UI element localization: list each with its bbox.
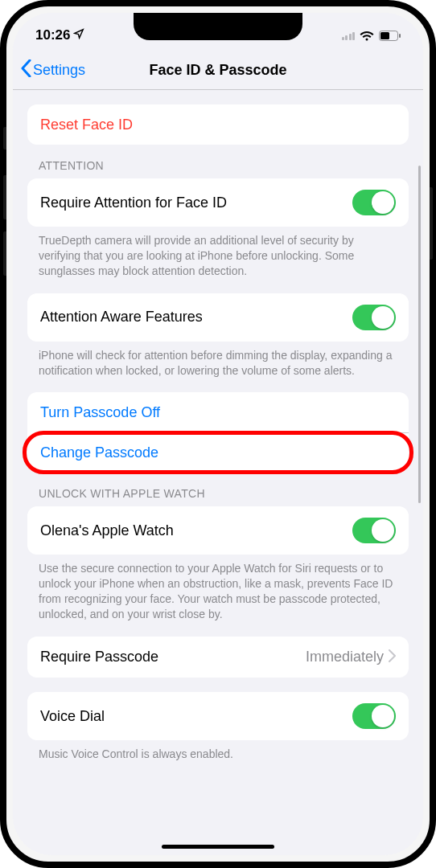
home-indicator[interactable]	[162, 845, 274, 849]
svg-rect-2	[399, 34, 401, 38]
turn-passcode-off-label: Turn Passcode Off	[40, 404, 160, 421]
chevron-left-icon	[21, 59, 31, 81]
apple-watch-footer: Use the secure connection to your Apple …	[39, 561, 397, 622]
attention-aware-row[interactable]: Attention Aware Features	[27, 293, 409, 342]
voice-dial-label: Voice Dial	[40, 708, 105, 725]
attention-aware-footer: iPhone will check for attention before d…	[39, 348, 397, 379]
apple-watch-toggle[interactable]	[352, 518, 396, 543]
attention-aware-toggle[interactable]	[352, 305, 396, 330]
require-passcode-row[interactable]: Require Passcode Immediately	[27, 637, 409, 678]
reset-face-id-button[interactable]: Reset Face ID	[27, 104, 409, 145]
change-passcode-button[interactable]: Change Passcode	[27, 432, 409, 473]
require-attention-label: Require Attention for Face ID	[40, 194, 227, 211]
nav-bar: Settings Face ID & Passcode	[13, 51, 423, 90]
require-attention-footer: TrueDepth camera will provide an additio…	[39, 233, 397, 279]
page-title: Face ID & Passcode	[149, 62, 286, 79]
cellular-signal-icon	[342, 31, 356, 40]
battery-icon	[379, 31, 401, 41]
require-attention-toggle[interactable]	[352, 190, 396, 215]
svg-rect-1	[380, 32, 389, 39]
require-passcode-value: Immediately	[306, 649, 384, 665]
back-button[interactable]: Settings	[21, 59, 85, 81]
voice-dial-row[interactable]: Voice Dial	[27, 692, 409, 740]
apple-watch-header: UNLOCK WITH APPLE WATCH	[39, 487, 397, 500]
location-arrow-icon	[73, 27, 84, 43]
apple-watch-label: Olena's Apple Watch	[40, 522, 174, 539]
attention-aware-label: Attention Aware Features	[40, 309, 203, 326]
require-attention-row[interactable]: Require Attention for Face ID	[27, 178, 409, 227]
require-passcode-label: Require Passcode	[40, 649, 158, 665]
voice-dial-toggle[interactable]	[352, 703, 396, 729]
apple-watch-row[interactable]: Olena's Apple Watch	[27, 506, 409, 555]
status-time: 10:26	[35, 27, 70, 43]
voice-dial-footer: Music Voice Control is always enabled.	[39, 747, 397, 762]
settings-content: Reset Face ID ATTENTION Require Attentio…	[13, 90, 423, 855]
turn-passcode-off-button[interactable]: Turn Passcode Off	[27, 392, 409, 432]
change-passcode-label: Change Passcode	[40, 444, 158, 461]
scrollbar-indicator	[418, 166, 421, 503]
attention-header: ATTENTION	[39, 159, 397, 172]
chevron-right-icon	[389, 648, 396, 666]
back-label: Settings	[33, 62, 85, 79]
reset-face-id-label: Reset Face ID	[40, 117, 133, 133]
device-notch	[134, 13, 302, 40]
wifi-icon	[360, 31, 374, 41]
